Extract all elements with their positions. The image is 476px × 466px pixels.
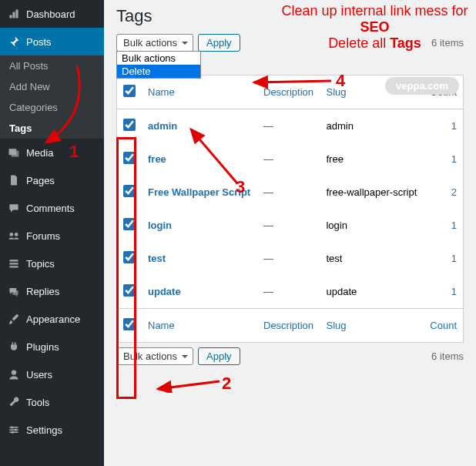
annotation-number-1: 1 <box>69 142 79 162</box>
svg-point-3 <box>15 233 18 236</box>
sidebar-item-plugins[interactable]: Plugins <box>0 333 104 360</box>
sidebar-item-add-new[interactable]: Add New <box>0 76 104 97</box>
tag-description: — <box>257 176 320 209</box>
bulk-actions-top: Bulk actions Apply Bulk actions Delete <box>116 34 240 52</box>
sidebar-item-appearance[interactable]: Appearance <box>0 305 104 333</box>
sidebar-item-dashboard[interactable]: Dashboard <box>0 0 104 28</box>
sidebar-item-comments[interactable]: Comments <box>0 194 104 222</box>
bulk-option-bulk[interactable]: Bulk actions <box>117 52 200 65</box>
tag-name-link[interactable]: free <box>148 153 166 165</box>
topics-icon <box>6 256 22 271</box>
items-count-bottom: 6 items <box>431 350 464 362</box>
apply-button[interactable]: Apply <box>198 34 240 52</box>
annotation-number-3: 3 <box>236 177 245 197</box>
sidebar-item-topics[interactable]: Topics <box>0 250 104 277</box>
dashboard-icon <box>6 6 22 22</box>
sidebar-item-tags[interactable]: Tags <box>0 118 104 139</box>
tag-name-link[interactable]: login <box>148 220 172 231</box>
sidebar-label: Pages <box>26 175 55 186</box>
svg-point-9 <box>15 428 17 431</box>
annotation-number-4: 4 <box>336 71 345 91</box>
tag-slug: admin <box>320 109 424 143</box>
brush-icon <box>6 311 22 327</box>
select-all-bottom[interactable] <box>123 318 136 330</box>
sidebar-label: Posts <box>26 36 52 48</box>
svg-point-8 <box>11 426 13 428</box>
tag-name-link[interactable]: admin <box>148 120 177 132</box>
table-row: free—free1 <box>117 142 464 176</box>
sidebar-item-tools[interactable]: Tools <box>0 388 104 416</box>
sidebar-label: Media <box>26 147 53 159</box>
table-row: Free Wallpaper Script—free-wallpaper-scr… <box>117 176 464 209</box>
sidebar-label: Comments <box>26 203 75 214</box>
bulk-actions-dropdown: Bulk actions Delete <box>116 51 201 79</box>
svg-point-10 <box>12 431 14 434</box>
col-slug[interactable]: Slug <box>320 309 424 343</box>
sidebar-item-settings[interactable]: Settings <box>0 416 104 444</box>
sidebar-item-all-posts[interactable]: All Posts <box>0 55 104 76</box>
sidebar-label: Users <box>26 369 52 381</box>
annotation-number-2: 2 <box>222 374 231 394</box>
bulk-option-delete[interactable]: Delete <box>117 65 200 78</box>
row-checkbox[interactable] <box>123 284 136 297</box>
bulk-actions-select-bottom[interactable]: Bulk actions <box>116 347 193 365</box>
col-desc[interactable]: Description <box>257 309 320 343</box>
tag-count-link[interactable]: 1 <box>451 120 457 132</box>
row-checkbox[interactable] <box>123 152 136 164</box>
sidebar-item-forums[interactable]: Forums <box>0 222 104 250</box>
row-checkbox[interactable] <box>123 185 136 197</box>
svg-point-2 <box>9 233 13 236</box>
col-desc[interactable]: Description <box>257 75 320 109</box>
bulk-actions-select[interactable]: Bulk actions <box>116 34 193 52</box>
svg-rect-1 <box>12 151 19 157</box>
col-name[interactable]: Name <box>142 309 257 343</box>
watermark: veppa.com <box>385 77 459 95</box>
users-icon <box>6 367 22 382</box>
sidebar-item-categories[interactable]: Categories <box>0 97 104 118</box>
tag-slug: update <box>320 275 424 309</box>
tag-count-link[interactable]: 1 <box>451 220 457 231</box>
sidebar-item-posts[interactable]: Posts <box>0 28 104 55</box>
tag-count-link[interactable]: 2 <box>451 186 457 198</box>
tag-description: — <box>257 142 320 176</box>
tag-description: — <box>257 109 320 143</box>
svg-point-4 <box>12 370 16 374</box>
table-row: login—login1 <box>117 209 464 242</box>
bulk-actions-bottom: Bulk actions Apply <box>116 347 240 365</box>
col-name[interactable]: Name <box>142 75 257 109</box>
tag-count-link[interactable]: 1 <box>451 286 457 297</box>
posts-submenu: All Posts Add New Categories Tags <box>0 55 104 139</box>
sidebar-label: Appearance <box>26 313 80 325</box>
tag-name-link[interactable]: update <box>148 286 181 297</box>
tag-description: — <box>257 209 320 242</box>
tag-description: — <box>257 275 320 309</box>
tag-slug: free <box>320 142 424 176</box>
apply-button-bottom[interactable]: Apply <box>198 347 240 365</box>
select-all-top[interactable] <box>123 85 136 97</box>
sidebar-item-users[interactable]: Users <box>0 360 104 388</box>
tag-count-link[interactable]: 1 <box>451 253 457 264</box>
replies-icon <box>6 283 22 299</box>
page-icon <box>6 173 22 188</box>
row-checkbox[interactable] <box>123 251 136 263</box>
row-checkbox[interactable] <box>123 119 136 131</box>
tag-count-link[interactable]: 1 <box>451 153 457 165</box>
table-row: test—test1 <box>117 242 464 275</box>
table-row: admin—admin1 <box>117 109 464 143</box>
sidebar-item-media[interactable]: Media <box>0 139 104 166</box>
sidebar-label: Topics <box>26 258 55 270</box>
sidebar-label: Replies <box>26 286 59 297</box>
pushpin-icon <box>6 34 22 49</box>
sidebar-label: Settings <box>26 424 62 436</box>
tag-name-link[interactable]: test <box>148 253 166 264</box>
sidebar-item-pages[interactable]: Pages <box>0 166 104 194</box>
col-count[interactable]: Count <box>424 309 464 343</box>
plug-icon <box>6 339 22 354</box>
sidebar-item-replies[interactable]: Replies <box>0 277 104 305</box>
forums-icon <box>6 228 22 243</box>
row-checkbox[interactable] <box>123 218 136 230</box>
tags-table: Name Description Slug Count admin—admin1… <box>116 75 464 343</box>
sidebar-label: Dashboard <box>26 8 75 20</box>
tag-slug: test <box>320 242 424 275</box>
tag-description: — <box>257 242 320 275</box>
